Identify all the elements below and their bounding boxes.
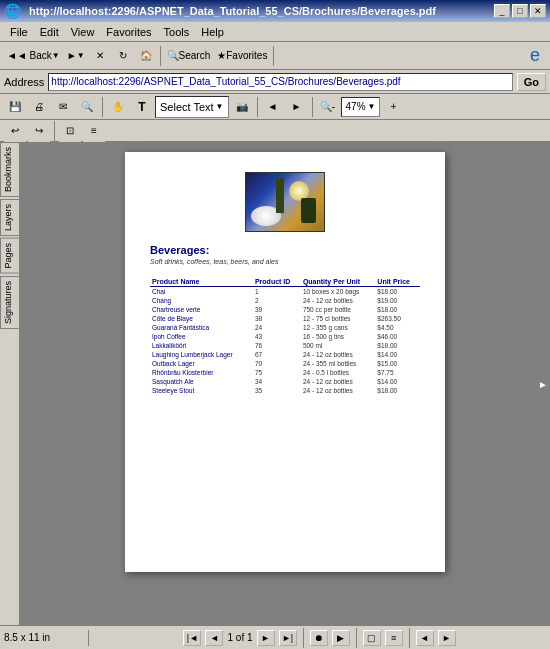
email-icon: ✉ xyxy=(59,101,67,112)
pdf-prev-page-button[interactable]: ◄ xyxy=(262,96,284,118)
camera-icon: 📷 xyxy=(236,101,248,112)
ie-toolbar: ◄ ◄ Back ▼ ► ▼ ✕ ↻ 🏠 🔍 Search ★ Favorite… xyxy=(0,42,550,70)
pdf-sep-3 xyxy=(312,97,313,117)
table-cell: 12 - 75 cl bottles xyxy=(301,314,375,323)
menu-edit[interactable]: Edit xyxy=(34,24,65,40)
pdf-toolbar: 💾 🖨 ✉ 🔍 ✋ T Select Text ▼ 📷 ◄ ► 🔍- 47% ▼… xyxy=(0,94,550,120)
table-cell: 24 xyxy=(253,323,301,332)
pdf-hand-tool-button[interactable]: ✋ xyxy=(107,96,129,118)
select-text-dropdown[interactable]: Select Text ▼ xyxy=(155,96,229,118)
pdf-doc-subtitle: Soft drinks, coffees, teas, beers, and a… xyxy=(150,258,420,265)
pdf-zoom-in-button[interactable]: + xyxy=(382,96,404,118)
stop-button[interactable]: ✕ xyxy=(89,45,111,67)
back-dropdown-icon[interactable]: ▼ xyxy=(52,51,60,60)
nav-next-btn2[interactable]: ► xyxy=(438,630,456,646)
table-cell: 12 - 355 g cans xyxy=(301,323,375,332)
last-page-button[interactable]: ►| xyxy=(279,630,297,646)
zoom-display[interactable]: 47% ▼ xyxy=(341,97,381,117)
table-cell: Rhönbräu Klosterbier xyxy=(150,368,253,377)
zoom-out-icon: 🔍- xyxy=(320,101,335,112)
beverages-table: Product Name Product ID Quantity Per Uni… xyxy=(150,277,420,395)
prev-page-nav-button[interactable]: ◄ xyxy=(205,630,223,646)
bookmarks-tab[interactable]: Bookmarks xyxy=(0,142,20,197)
search-button[interactable]: 🔍 Search xyxy=(164,45,214,67)
table-cell: 24 - 0.5 l bottles xyxy=(301,368,375,377)
pdf-redo-button[interactable]: ↪ xyxy=(28,120,50,142)
pdf-print-button[interactable]: 🖨 xyxy=(28,96,50,118)
forward-dropdown-icon[interactable]: ▼ xyxy=(77,51,85,60)
home-button[interactable]: 🏠 xyxy=(135,45,157,67)
table-cell: $14.00 xyxy=(375,350,420,359)
maximize-button[interactable]: □ xyxy=(512,4,528,18)
menu-view[interactable]: View xyxy=(65,24,101,40)
first-page-button[interactable]: |◄ xyxy=(183,630,201,646)
pdf-next-page-button[interactable]: ► xyxy=(286,96,308,118)
pdf-save-button[interactable]: 💾 xyxy=(4,96,26,118)
status-separator xyxy=(88,630,89,646)
stop-icon: ✕ xyxy=(96,50,104,61)
table-row: Côte de Blaye3812 - 75 cl bottles$263.50 xyxy=(150,314,420,323)
toolbar-separator-1 xyxy=(160,46,161,66)
pdf-page-layout-button[interactable]: ⊡ xyxy=(59,120,81,142)
pdf-sep-4 xyxy=(54,121,55,141)
table-cell: 750 cc per bottle xyxy=(301,305,375,314)
nav-sep-3 xyxy=(409,628,410,648)
forward-icon: ► xyxy=(67,50,77,61)
go-button[interactable]: Go xyxy=(517,73,546,91)
menu-tools[interactable]: Tools xyxy=(158,24,196,40)
window-title: http://localhost:2296/ASPNET_Data_Tutori… xyxy=(25,5,494,17)
close-button[interactable]: ✕ xyxy=(530,4,546,18)
table-cell: 34 xyxy=(253,377,301,386)
back-button[interactable]: ◄ ◄ Back ▼ xyxy=(4,45,63,67)
menu-file[interactable]: File xyxy=(4,24,34,40)
nav-sep xyxy=(303,628,304,648)
record-button[interactable]: ⏺ xyxy=(310,630,328,646)
zoom-arrow-icon[interactable]: ▼ xyxy=(368,102,376,111)
view-mode-single[interactable]: ▢ xyxy=(363,630,381,646)
next-page-icon: ► xyxy=(292,101,302,112)
pdf-undo-button[interactable]: ↩ xyxy=(4,120,26,142)
table-cell: $18.00 xyxy=(375,287,420,297)
table-cell: Steeleye Stout xyxy=(150,386,253,395)
back-arrow-icon: ◄ xyxy=(7,50,17,61)
address-input[interactable] xyxy=(48,73,512,91)
favorites-label: Favorites xyxy=(226,50,267,61)
nav-prev-btn2[interactable]: ◄ xyxy=(416,630,434,646)
minimize-button[interactable]: _ xyxy=(494,4,510,18)
layers-tab[interactable]: Layers xyxy=(0,199,20,236)
play-icon: ▶ xyxy=(337,633,344,643)
table-cell: $18.00 xyxy=(375,305,420,314)
pdf-email-button[interactable]: ✉ xyxy=(52,96,74,118)
pdf-snapshot-button[interactable]: 📷 xyxy=(231,96,253,118)
pages-tab[interactable]: Pages xyxy=(0,238,20,274)
pdf-zoom-out-button[interactable]: 🔍- xyxy=(317,96,339,118)
next-page-nav-button[interactable]: ► xyxy=(257,630,275,646)
refresh-button[interactable]: ↻ xyxy=(112,45,134,67)
signatures-tab[interactable]: Signatures xyxy=(0,276,20,329)
table-cell: 1 xyxy=(253,287,301,297)
pdf-search-doc-button[interactable]: 🔍 xyxy=(76,96,98,118)
table-cell: $18.00 xyxy=(375,386,420,395)
table-row: Chai110 boxes x 20 bags$18.00 xyxy=(150,287,420,297)
table-cell: 38 xyxy=(253,314,301,323)
left-panel: Bookmarks Layers Pages Signatures xyxy=(0,142,20,625)
play-button[interactable]: ▶ xyxy=(332,630,350,646)
nav-prev2-icon: ◄ xyxy=(420,633,429,643)
menu-favorites[interactable]: Favorites xyxy=(100,24,157,40)
forward-button[interactable]: ► ▼ xyxy=(64,45,88,67)
address-bar: Address Go xyxy=(0,70,550,94)
pdf-text-select-button[interactable]: T xyxy=(131,96,153,118)
window-controls[interactable]: _ □ ✕ xyxy=(494,4,546,18)
view-mode-continuous[interactable]: ≡ xyxy=(385,630,403,646)
pdf-continuous-button[interactable]: ≡ xyxy=(83,120,105,142)
continuous-icon: ≡ xyxy=(91,125,97,136)
single-page-icon: ▢ xyxy=(367,633,376,643)
prev-page-icon: ◄ xyxy=(268,101,278,112)
table-row: Rhönbräu Klosterbier7524 - 0.5 l bottles… xyxy=(150,368,420,377)
menu-help[interactable]: Help xyxy=(195,24,230,40)
table-cell: $19.00 xyxy=(375,296,420,305)
pdf-content-area: ► Beverages: Soft drinks, coffees, teas,… xyxy=(20,142,550,625)
favorites-button[interactable]: ★ Favorites xyxy=(214,45,270,67)
undo-icon: ↩ xyxy=(11,125,19,136)
home-icon: 🏠 xyxy=(140,50,152,61)
